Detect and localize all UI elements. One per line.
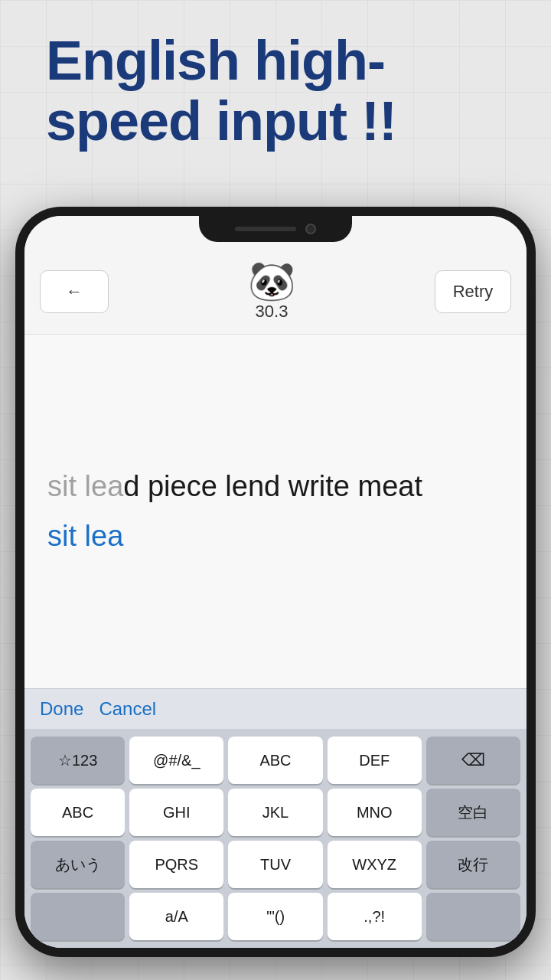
typed-text: sit lea — [47, 518, 504, 555]
key-tuv[interactable]: TUV — [228, 841, 322, 888]
key-pqrs[interactable]: PQRS — [129, 841, 223, 888]
key-ghi[interactable]: GHI — [129, 789, 223, 836]
key-case-toggle[interactable]: a/A — [129, 893, 223, 940]
key-empty-bottom-left — [31, 893, 125, 940]
header-title: English high- speed input !! — [46, 31, 505, 152]
cancel-button[interactable]: Cancel — [99, 698, 156, 720]
key-mno[interactable]: MNO — [328, 789, 422, 836]
keyboard-row-2: ABC GHI JKL MNO 空白 — [31, 789, 520, 836]
key-abc[interactable]: ABC — [228, 737, 322, 784]
phone-frame: ← 🐼 30.3 Retry sit lead piece lend write… — [15, 207, 536, 980]
key-punctuation[interactable]: .,?! — [328, 893, 422, 940]
backspace-button[interactable]: ⌫ — [426, 737, 520, 784]
done-button[interactable]: Done — [40, 698, 83, 720]
target-line: sit lead piece lend write meat — [47, 468, 504, 505]
phone-notch — [199, 216, 352, 242]
key-space-japanese[interactable]: 空白 — [426, 789, 520, 836]
title-line1: English high- — [46, 30, 385, 91]
keyboard-row-3: あいう PQRS TUV WXYZ 改行 — [31, 841, 520, 888]
phone-screen: ← 🐼 30.3 Retry sit lead piece lend write… — [24, 216, 527, 948]
panda-icon: 🐼 — [248, 262, 295, 300]
key-special-123[interactable]: ☆123 — [31, 737, 125, 784]
completed-text: sit lea — [47, 470, 123, 502]
keyboard-row-4: a/A '"() .,?! — [31, 893, 520, 940]
back-icon: ← — [66, 282, 83, 302]
score-display: 30.3 — [256, 302, 289, 322]
backspace-icon: ⌫ — [461, 750, 485, 770]
notch-bar — [235, 227, 296, 231]
key-quotes[interactable]: '"() — [228, 893, 322, 940]
phone-outer: ← 🐼 30.3 Retry sit lead piece lend write… — [15, 207, 536, 957]
back-button[interactable]: ← — [40, 270, 109, 313]
key-empty-bottom-right — [426, 893, 520, 940]
key-wxyz[interactable]: WXYZ — [328, 841, 422, 888]
key-hiragana[interactable]: あいう — [31, 841, 125, 888]
keyboard: ☆123 @#/&_ ABC DEF ⌫ — [24, 729, 527, 948]
title-line2: speed input !! — [46, 90, 396, 152]
key-def[interactable]: DEF — [328, 737, 422, 784]
keyboard-toolbar: Done Cancel — [24, 688, 527, 729]
keyboard-row-1: ☆123 @#/&_ ABC DEF ⌫ — [31, 737, 520, 784]
key-jkl[interactable]: JKL — [228, 789, 322, 836]
retry-button[interactable]: Retry — [435, 270, 511, 313]
key-enter[interactable]: 改行 — [426, 841, 520, 888]
panda-container: 🐼 30.3 — [121, 262, 422, 322]
key-symbols[interactable]: @#/&_ — [129, 737, 223, 784]
retry-label: Retry — [453, 282, 494, 302]
notch-camera — [305, 224, 316, 234]
text-display: sit lead piece lend write meat sit lea — [24, 335, 527, 688]
key-abc2[interactable]: ABC — [31, 789, 125, 836]
remaining-text: d piece lend write meat — [123, 470, 422, 502]
